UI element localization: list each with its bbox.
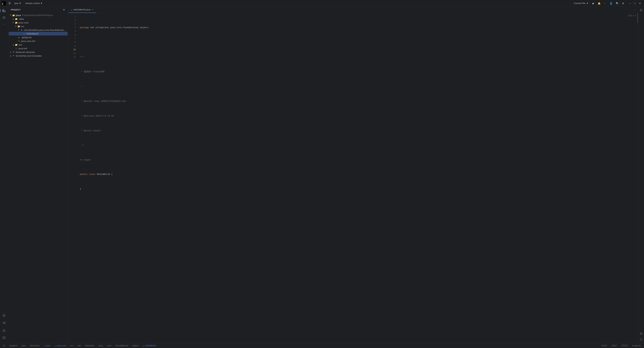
breadcrumb-java-core[interactable]: ☕ java-core	[54, 344, 67, 347]
code-content[interactable]: package net.ittimeline.java.core.foundat…	[77, 13, 636, 343]
breadcrumb-object[interactable]: object	[131, 344, 140, 347]
sidebar: PROJECT ⚙ ▶ 📁 java D:\projects\java\itti…	[8, 7, 68, 343]
java-dropdown[interactable]: java ▼	[13, 1, 23, 5]
tree-item-src[interactable]: ▶ 📂 src	[9, 24, 68, 28]
expand-arrow-out: ▶	[12, 43, 15, 46]
notifications-panel-icon[interactable]	[639, 337, 644, 342]
tree-item-package[interactable]: ▶ ◉ net.ittimeline.java.core.foundationa…	[9, 28, 68, 32]
title-bar: J ☰ java ▼ Version control ▼ Current Fil…	[0, 0, 644, 7]
activity-problems[interactable]	[1, 327, 7, 333]
scratches-icon: ✏	[12, 54, 15, 57]
breadcrumb-projects[interactable]: projects	[8, 344, 18, 347]
expand-arrow-scratches: ▶	[10, 54, 12, 57]
tree-label-out: out	[18, 43, 22, 46]
breadcrumb-helloworld[interactable]: ☕ HelloWorld	[142, 344, 157, 347]
more-options-button[interactable]: ⋯	[602, 1, 608, 5]
tree-label-scratches: Scratches and Consoles	[16, 55, 42, 57]
status-left: D: › projects › java › ittimeline › ☕ ja…	[2, 344, 157, 347]
tree-label-package: net.ittimeline.java.core.foundational.ob…	[24, 29, 68, 31]
title-bar-left: J ☰ java ▼ Version control ▼	[1, 1, 44, 6]
svg-rect-2	[3, 9, 4, 10]
current-file-dropdown[interactable]: Current File ▼	[572, 1, 590, 5]
tab-more-button[interactable]: ⋯	[632, 8, 638, 11]
svg-point-14	[4, 331, 4, 331]
expand-arrow: ▶	[10, 14, 12, 16]
tree-item-external-libraries[interactable]: ▶ 🗄 External Libraries	[9, 50, 68, 54]
code-editor[interactable]: 1 2 3 4 5 6 7 8 9 10 11 12 package net.i…	[68, 13, 638, 343]
code-line-5: *	[80, 85, 633, 88]
activity-bookmarks[interactable]	[1, 14, 7, 20]
structure-panel-icon[interactable]	[639, 331, 644, 336]
notification-button[interactable]: 🔔	[596, 1, 602, 5]
editor-tab-helloworld[interactable]: ☕ HelloWorld.java ✕	[68, 7, 96, 13]
breadcrumb-ittimeline[interactable]: ittimeline	[29, 344, 40, 347]
code-line-7: * @version 2023/7/4 13:32	[80, 114, 633, 118]
warning-gutter: ⚠ 1 ∧ ∨	[628, 14, 636, 17]
activity-git[interactable]	[1, 320, 7, 326]
tree-item-gitignore[interactable]: ▶ ◎ .gitignore	[9, 35, 68, 39]
account-button[interactable]: 👤	[608, 1, 614, 5]
minimize-button[interactable]: ─	[628, 1, 632, 5]
tree-item-idea[interactable]: ▶ 📁 .idea	[9, 17, 68, 21]
close-button[interactable]: ✕	[637, 1, 643, 5]
tab-close-button[interactable]: ✕	[92, 8, 94, 11]
sidebar-settings-btn[interactable]: ⚙	[62, 8, 66, 11]
code-line-4: * 我的第一个Java程序	[80, 70, 633, 74]
right-panel	[638, 7, 644, 343]
tree-item-java-core[interactable]: ▶ 📁 java-core	[9, 21, 68, 24]
activity-more[interactable]: ⋯	[1, 21, 7, 27]
warning-icon: ⚠	[628, 14, 630, 17]
bookmarks-panel-icon[interactable]	[639, 8, 644, 13]
line-numbers: 1 2 3 4 5 6 7 8 9 10 11 12	[68, 13, 77, 343]
folder-icon-java-core: 📁	[15, 21, 18, 24]
breadcrumb-java2[interactable]: java	[98, 344, 104, 347]
breadcrumb-src[interactable]: src	[70, 344, 74, 347]
code-line-6: * @author tony 18601767221@163.com	[80, 99, 633, 103]
expand-icon: ∧	[632, 14, 634, 17]
warning-count: 1	[630, 14, 632, 17]
settings-button[interactable]: ⚙	[621, 1, 626, 5]
code-line-3: /**	[80, 55, 633, 59]
tree-label-java-iml: java.iml	[18, 47, 27, 50]
maximize-button[interactable]: □	[632, 1, 637, 5]
project-folder-icon: 📁	[12, 14, 15, 17]
status-crlf[interactable]: CRLF	[611, 344, 618, 347]
hamburger-menu[interactable]: ☰	[8, 1, 12, 5]
tree-item-java-iml[interactable]: ▶ ⬡ java.iml	[9, 46, 68, 50]
breadcrumb-ittimeline2[interactable]: ittimeline	[84, 344, 96, 347]
version-control-dropdown[interactable]: Version control ▼	[24, 1, 44, 5]
run-button[interactable]: ▶	[591, 1, 596, 5]
expand-arrow-src: ▶	[15, 25, 18, 28]
activity-terminal[interactable]	[1, 335, 7, 341]
tab-filename: HelloWorld.java	[74, 8, 91, 11]
tree-path-java-root: D:\projects\java\ittimeline\java	[22, 14, 53, 16]
svg-rect-3	[3, 11, 5, 12]
svg-rect-9	[5, 323, 5, 324]
breadcrumb-core[interactable]: core	[106, 344, 112, 347]
tree-item-java-root[interactable]: ▶ 📁 java D:\projects\java\ittimeline\jav…	[9, 13, 68, 17]
breadcrumb-foundational[interactable]: foundational	[114, 344, 129, 347]
breadcrumb-java1[interactable]: java	[21, 344, 27, 347]
svg-rect-8	[5, 322, 5, 322]
svg-line-11	[3, 323, 5, 324]
breadcrumb-java-module[interactable]: ☕ java	[42, 344, 51, 347]
search-button[interactable]: 🔍	[614, 1, 620, 5]
code-line-8: * @since Java17	[80, 129, 633, 133]
code-line-10: public class HelloWorld {	[80, 173, 633, 176]
status-line-col[interactable]: 10:25	[600, 344, 608, 347]
sidebar-header: PROJECT ⚙	[8, 7, 68, 13]
status-charset[interactable]: UTF-8	[620, 344, 628, 347]
activity-project[interactable]	[1, 8, 7, 14]
breadcrumb-net[interactable]: net	[76, 344, 82, 347]
iml-icon: ⬡	[18, 39, 20, 42]
code-line-12	[80, 202, 633, 206]
collapse-icon: ∨	[634, 14, 636, 17]
tree-item-helloworld[interactable]: ▶ ☕ HelloWorld	[9, 32, 68, 35]
svg-marker-4	[3, 16, 5, 19]
activity-run[interactable]	[1, 313, 7, 319]
tree-item-java-core-iml[interactable]: ▶ ⬡ java-core.iml	[9, 39, 68, 43]
breadcrumb-drive[interactable]: D:	[2, 344, 6, 347]
status-indent[interactable]: 4 spaces	[631, 344, 642, 347]
tree-item-scratches[interactable]: ▶ ✏ Scratches and Consoles	[9, 54, 68, 58]
tree-item-out[interactable]: ▶ 📁 out	[9, 43, 68, 46]
